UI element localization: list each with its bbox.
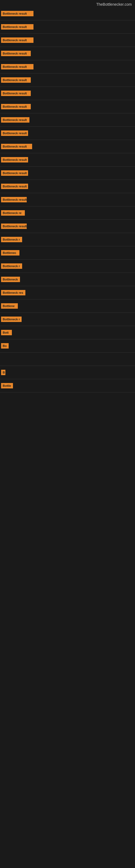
bottleneck-row: Bottleneck result [0, 61, 135, 73]
row-divider [0, 392, 135, 393]
row-divider [0, 60, 135, 60]
site-title: TheBottlenecker.com [0, 0, 135, 8]
bottleneck-row: Bottle [0, 380, 135, 392]
row-divider [0, 87, 135, 87]
bottleneck-row [0, 393, 135, 405]
bottleneck-row: Bottleneck result [0, 87, 135, 99]
row-divider [0, 126, 135, 127]
bottleneck-badge: Bottleneck res [1, 290, 26, 296]
bottleneck-row: Bottleneck result [0, 220, 135, 232]
row-divider [0, 166, 135, 166]
bottleneck-row: Bottleneck result [0, 21, 135, 33]
bottleneck-badge: Bottleneck result [1, 170, 28, 176]
bottleneck-row: Bottleneck result [0, 114, 135, 126]
bottleneck-badge: B [1, 370, 5, 375]
bottleneck-badge: Bottlenec [1, 250, 19, 255]
bottleneck-row: Bottlenec [0, 247, 135, 259]
bottleneck-badge: Bott [1, 330, 12, 335]
bottleneck-row: Bottleneck result [0, 194, 135, 206]
row-divider [0, 100, 135, 100]
bottleneck-row: Bottleneck [0, 273, 135, 285]
bottleneck-badge: Bottleneck result [1, 11, 34, 16]
bottleneck-row [0, 353, 135, 365]
row-divider [0, 46, 135, 47]
bottleneck-badge: Bottleneck result [1, 24, 34, 30]
bottleneck-badge: Bottleneck result [1, 51, 31, 56]
bottleneck-badge: Bottleneck result [1, 37, 34, 43]
bottleneck-row: Bottleneck result [0, 74, 135, 86]
row-divider [0, 33, 135, 34]
bottleneck-row: Bottleneck result [0, 8, 135, 20]
bottleneck-row: Bottleneck result [0, 167, 135, 179]
bottleneck-badge: Bottle [1, 383, 13, 389]
row-divider [0, 366, 135, 366]
bottleneck-row: Bottleneck result [0, 48, 135, 59]
bottleneck-row: Bottleneck result [0, 141, 135, 152]
row-divider [0, 153, 135, 153]
bottleneck-badge: Bottleneck result [1, 223, 27, 229]
bottleneck-badge: Bottleneck re [1, 210, 25, 216]
row-divider [0, 299, 135, 300]
row-divider [0, 180, 135, 180]
row-divider [0, 286, 135, 286]
row-divider [0, 219, 135, 220]
row-divider [0, 246, 135, 246]
row-divider [0, 73, 135, 73]
bottleneck-row: Bottleneck result [0, 127, 135, 139]
row-divider [0, 273, 135, 273]
bottleneck-badge: Bottlene [1, 303, 18, 309]
bottleneck-badge: Bottleneck result [1, 197, 27, 203]
bottleneck-row: Bott [0, 327, 135, 339]
bottleneck-badge: Bottleneck r [1, 264, 22, 269]
bottleneck-badge: Bottleneck result [1, 77, 31, 83]
bottleneck-badge: Bottleneck result [1, 104, 31, 109]
bottleneck-row: Bottleneck r [0, 313, 135, 325]
bottleneck-badge: Bo [1, 343, 9, 348]
row-divider [0, 193, 135, 193]
bottleneck-badge: Bottleneck result [1, 157, 28, 162]
bottleneck-badge: Bottleneck result [1, 64, 34, 69]
bottleneck-badge: Bottleneck r [1, 237, 22, 242]
bottleneck-row: Bottleneck r [0, 234, 135, 246]
bottleneck-badge: Bottleneck result [1, 117, 30, 123]
row-divider [0, 312, 135, 313]
row-divider [0, 206, 135, 207]
bottleneck-badge: Bottleneck result [1, 184, 28, 189]
row-divider [0, 339, 135, 339]
bottleneck-badge: Bottleneck result [1, 91, 31, 96]
bottleneck-badge: Bottleneck r [1, 316, 21, 322]
bottleneck-row: Bottleneck result [0, 101, 135, 113]
bottleneck-row: Bottleneck re [0, 207, 135, 219]
bottleneck-badge: Bottleneck result [1, 130, 28, 136]
bottleneck-row: Bottleneck r [0, 260, 135, 272]
bottleneck-row: Bottleneck res [0, 287, 135, 299]
bottleneck-row: Bottleneck result [0, 180, 135, 192]
bottleneck-row: Bottleneck result [0, 34, 135, 46]
bottleneck-row: B [0, 367, 135, 378]
bottleneck-badge: Bottleneck result [1, 144, 32, 149]
bottleneck-row: Bo [0, 340, 135, 352]
bottleneck-row: Bottlene [0, 300, 135, 312]
bottleneck-row: Bottleneck result [0, 154, 135, 166]
bottleneck-badge: Bottleneck [1, 277, 20, 282]
row-divider [0, 326, 135, 326]
